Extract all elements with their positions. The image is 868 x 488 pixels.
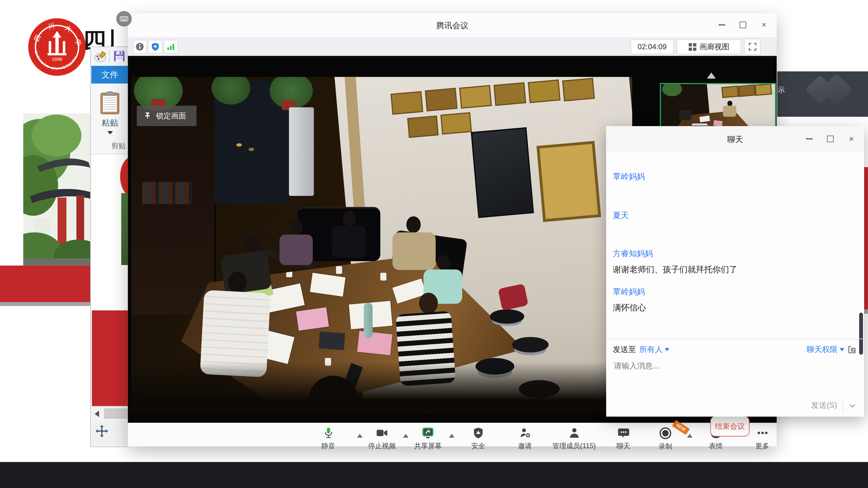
close-button[interactable]: × — [756, 18, 772, 32]
mic-icon — [322, 427, 335, 439]
members-icon — [567, 427, 580, 439]
chat-title-bar[interactable]: 聊天 × — [606, 126, 864, 152]
meeting-title-bar[interactable]: 腾讯会议 × — [128, 13, 777, 38]
chat-close-button[interactable]: × — [843, 132, 860, 146]
meeting-info-button[interactable] — [133, 40, 147, 54]
chat-maximize-button[interactable] — [822, 132, 839, 146]
send-button[interactable]: 发送(S) — [811, 400, 837, 411]
wall-plaque — [440, 112, 472, 134]
chat-minimize-button[interactable] — [801, 132, 817, 146]
chat-input[interactable] — [613, 357, 853, 374]
person-torso — [393, 232, 436, 270]
mute-label: 静音 — [321, 442, 335, 451]
more-label: 更多 — [755, 442, 769, 451]
invite-label: 邀请 — [518, 442, 532, 451]
person-torso — [280, 234, 313, 265]
chat-message-text: 满怀信心 — [613, 303, 851, 313]
person-torso — [332, 226, 366, 258]
person-head — [289, 220, 303, 235]
move-cursor-icon — [95, 424, 109, 439]
gray-divider-right-sliver — [864, 309, 868, 314]
ghost-logo-diamond — [820, 73, 853, 106]
stool — [490, 309, 524, 324]
chat-bubble-icon — [617, 427, 629, 439]
meeting-info-bar: 02:04:09 画廊视图 — [128, 37, 777, 56]
meeting-timer: 02:04:09 — [630, 39, 674, 54]
mute-button[interactable]: 静音 — [298, 427, 359, 451]
person-head — [437, 255, 450, 270]
fullscreen-icon — [748, 43, 756, 51]
floor-shadow — [131, 362, 632, 413]
background-window-bar: 示; — [777, 71, 868, 117]
share-screen-icon — [421, 427, 435, 439]
chat-permission-row: 聊天权限 — [807, 343, 856, 356]
send-chevron-icon[interactable] — [848, 402, 856, 410]
send-to-selector[interactable]: 所有人 — [640, 345, 663, 355]
canvas-red-block — [92, 311, 129, 406]
share-screen-label: 共享屏幕 — [414, 442, 442, 451]
send-button-group: 发送(S) — [811, 398, 857, 413]
send-to-caret-icon[interactable] — [665, 348, 669, 351]
meeting-health-button[interactable] — [148, 40, 162, 54]
thumb-person — [723, 106, 736, 117]
stop-video-label: 停止视频 — [368, 442, 396, 451]
minimize-button[interactable] — [714, 18, 730, 32]
floating-keyboard-button[interactable] — [116, 11, 132, 27]
popout-icon[interactable] — [847, 345, 856, 354]
thumb-person — [727, 101, 733, 106]
fullscreen-button[interactable] — [744, 39, 761, 55]
paste-dropdown-caret[interactable] — [107, 131, 113, 134]
wall-plaque — [425, 88, 458, 111]
person-head — [343, 211, 356, 226]
invite-person-icon — [518, 427, 531, 439]
paint-palette-icon[interactable] — [94, 51, 107, 63]
chat-message-sender: 覃岭妈妈 — [613, 171, 645, 182]
chat-scrollbar[interactable] — [859, 313, 863, 355]
chat-permission-caret-icon[interactable] — [840, 348, 844, 351]
meeting-network-button[interactable] — [164, 40, 178, 54]
end-meeting-button[interactable]: 结束会议 — [710, 416, 749, 437]
paint-window: 文件 粘贴 剪贴 — [90, 46, 129, 447]
thumb-plaque — [754, 84, 772, 96]
person-torso — [220, 250, 272, 295]
thumb-plaque — [738, 85, 755, 97]
wall-plaque — [562, 78, 595, 101]
chat-permission-selector[interactable]: 聊天权限 — [807, 345, 837, 355]
framed-certificate — [537, 141, 601, 222]
chat-message-text: 谢谢老师们、孩子们就拜托你们了 — [613, 265, 851, 275]
meeting-title: 腾讯会议 — [128, 21, 777, 31]
wall-plaque — [493, 82, 526, 106]
thumb-person — [683, 105, 688, 110]
wall-plaque — [528, 79, 561, 103]
person-head — [228, 271, 247, 293]
svg-text:1896: 1896 — [52, 57, 62, 62]
calligraphy-text: 四川 — [83, 26, 115, 50]
info-icon — [135, 43, 144, 51]
qat-divider — [109, 51, 110, 63]
paint-file-menu[interactable]: 文件 — [91, 66, 128, 84]
thumb-paper — [713, 120, 723, 127]
video-feed — [131, 77, 632, 413]
collapse-triangle-icon[interactable] — [707, 72, 716, 78]
person-head — [245, 234, 261, 253]
lock-view-button[interactable]: 锁定画面 — [137, 106, 196, 126]
gallery-view-button[interactable]: 画廊视图 — [677, 39, 741, 54]
scrollbar-thumb[interactable] — [104, 408, 129, 419]
paint-canvas[interactable] — [91, 154, 129, 406]
pink-folder — [296, 307, 329, 331]
window-light — [237, 143, 242, 147]
notebook — [319, 332, 345, 350]
cup — [286, 269, 292, 277]
send-divider — [842, 399, 843, 412]
clipboard-icon[interactable] — [100, 90, 120, 115]
dark-glass-plaque — [471, 127, 534, 218]
paint-h-scrollbar[interactable] — [91, 406, 129, 421]
security-label: 安全 — [471, 442, 485, 451]
paint-paste-button[interactable]: 粘贴 — [91, 118, 128, 129]
pink-folder — [357, 331, 393, 355]
scroll-left-icon[interactable] — [95, 411, 99, 417]
chat-message-sender: 夏天 — [613, 210, 629, 221]
save-floppy-icon[interactable] — [114, 51, 125, 62]
maximize-button[interactable] — [735, 18, 751, 32]
lock-view-label: 锁定画面 — [156, 111, 186, 121]
